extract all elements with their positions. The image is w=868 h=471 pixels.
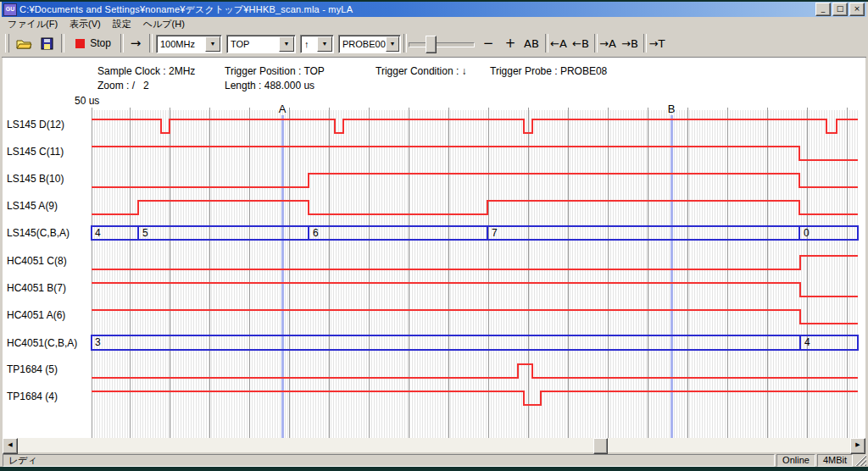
chevron-down-icon[interactable]: ▼ (205, 36, 220, 52)
zoom-in-button[interactable]: + (502, 33, 519, 53)
goto-marker-a-button[interactable]: ←A (548, 33, 569, 53)
status-message: レディ (3, 454, 775, 467)
channel-label: HC4051 C(8) (7, 255, 67, 267)
channel-label: HC4051 A(6) (7, 309, 65, 321)
stop-icon (75, 39, 85, 48)
ab-range-button[interactable]: AB (521, 33, 542, 53)
trigger-position-value: TOP (227, 39, 279, 49)
chevron-down-icon[interactable]: ▼ (317, 36, 332, 52)
sample-rate-combo[interactable]: 100MHz ▼ (156, 35, 222, 53)
status-online-badge: Online (776, 454, 815, 467)
menu-view[interactable]: 表示(V) (64, 17, 107, 31)
channel-label: TP1684 (4) (7, 391, 58, 402)
sample-rate-value: 100MHz (157, 39, 205, 49)
time-scale-label: 50 us (75, 95, 99, 107)
channel-label: LS145 C(11) (7, 146, 64, 158)
set-marker-a-button[interactable]: →A (598, 33, 618, 53)
probe-combo[interactable]: PROBE00 ▼ (338, 35, 401, 53)
trigger-edge-combo[interactable]: ↑ ▼ (300, 35, 334, 53)
menu-settings[interactable]: 設定 (107, 17, 137, 31)
status-memory-badge: 4MBit (817, 454, 853, 467)
channel-label: LS145 A(9) (7, 200, 58, 212)
chevron-down-icon[interactable]: ▼ (386, 36, 399, 52)
chevron-down-icon[interactable]: ▼ (279, 36, 294, 52)
toolbar-separator (403, 34, 407, 53)
application-window: GU C:¥Documents and Settings¥noname¥デスクト… (0, 0, 868, 471)
menu-help[interactable]: ヘルプ(H) (137, 17, 191, 31)
probe-value: PROBE00 (339, 39, 386, 49)
toolbar-separator (61, 34, 64, 53)
toolbar: Stop → 100MHz ▼ TOP ▼ ↑ ▼ PROBE00 ▼ − + … (2, 30, 866, 58)
title-bar[interactable]: GU C:¥Documents and Settings¥noname¥デスクト… (2, 2, 866, 17)
channel-label: LS145(C,B,A) (7, 227, 70, 239)
maximize-button[interactable]: □ (832, 3, 848, 16)
zoom-slider-thumb[interactable] (426, 36, 437, 53)
horizontal-scrollbar[interactable]: ◀ ▶ (3, 438, 865, 452)
sample-clock-info: Sample Clock : 2MHz (97, 65, 195, 77)
save-button[interactable] (37, 33, 56, 53)
channel-label: LS145 B(10) (7, 173, 64, 185)
zoom-info: Zoom : / 2 (97, 80, 149, 91)
trigger-edge-value: ↑ (301, 39, 317, 49)
single-run-button[interactable]: → (125, 33, 146, 53)
channel-label: HC4051 B(7) (7, 282, 66, 294)
app-icon: GU (3, 3, 17, 16)
trigger-position-info: Trigger Position : TOP (225, 65, 325, 77)
channel-label: LS145 D(12) (7, 119, 64, 130)
toolbar-separator (120, 34, 124, 53)
channel-label: HC4051(C,B,A) (7, 337, 77, 349)
minimize-button[interactable]: _ (815, 3, 831, 16)
close-button[interactable]: × (849, 3, 865, 16)
trigger-position-combo[interactable]: TOP ▼ (226, 35, 296, 53)
trigger-condition-info: Trigger Condition : ↓ (376, 65, 467, 77)
zoom-out-button[interactable]: − (480, 33, 497, 53)
save-floppy-icon (41, 37, 53, 50)
menu-file[interactable]: ファイル(F) (2, 17, 64, 31)
window-controls: _ □ × (814, 3, 865, 16)
stop-button[interactable]: Stop (70, 33, 117, 53)
toolbar-separator (149, 34, 153, 53)
desktop-edge-bottom (0, 467, 868, 471)
menu-bar: ファイル(F) 表示(V) 設定 ヘルプ(H) (2, 17, 866, 30)
channel-label: TP1684 (5) (7, 363, 58, 375)
trigger-probe-info: Trigger Probe : PROBE08 (490, 65, 607, 77)
goto-marker-b-button[interactable]: ←B (570, 33, 591, 53)
resize-grip[interactable] (854, 454, 866, 466)
zoom-slider-track[interactable] (409, 42, 475, 47)
set-marker-b-button[interactable]: →B (620, 33, 640, 53)
stop-label: Stop (90, 37, 111, 49)
length-info: Length : 488.000 us (225, 80, 314, 91)
toolbar-grip[interactable] (5, 34, 9, 53)
goto-trigger-button[interactable]: →T (647, 33, 667, 53)
window-title: C:¥Documents and Settings¥noname¥デスクトップ¥… (19, 3, 814, 16)
open-file-button[interactable] (14, 33, 34, 53)
open-folder-icon (15, 37, 32, 50)
status-bar: レディ Online 4MBit (2, 452, 866, 467)
grid-minor-lines (92, 110, 858, 438)
